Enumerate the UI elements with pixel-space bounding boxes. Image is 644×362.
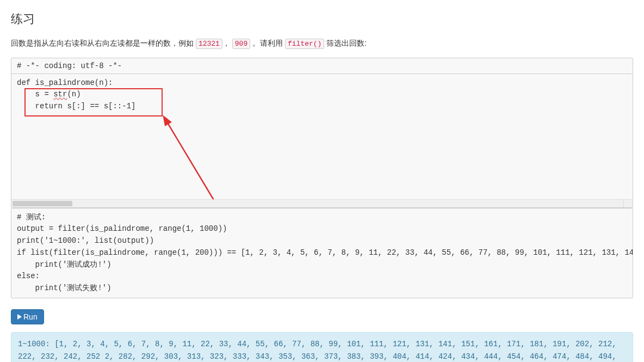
- annotation-arrow: [157, 106, 228, 208]
- exercise-description: 回数是指从左向右读和从右向左读都是一样的数，例如 12321， 909 。请利用…: [11, 37, 633, 50]
- code-line-2-str: str: [53, 90, 67, 99]
- svg-line-0: [167, 122, 216, 204]
- desc-sep1: ，: [222, 39, 230, 47]
- code-line-2-suffix: (n): [67, 90, 81, 99]
- code-line-1: def is_palindrome(n):: [17, 78, 113, 87]
- output-result-line: 1~1000: [1, 2, 3, 4, 5, 6, 7, 8, 9, 11, …: [18, 340, 617, 362]
- code-editor-block: # -*- coding: utf-8 -*- def is_palindrom…: [11, 58, 633, 208]
- inline-code-filter: filter(): [285, 39, 324, 49]
- play-icon: [17, 314, 22, 320]
- test-code-body: # 测试: output = filter(is_palindrome, ran…: [11, 208, 633, 298]
- code-line-2-prefix: s =: [17, 90, 53, 99]
- inline-code-909: 909: [232, 39, 250, 49]
- run-button[interactable]: Run: [11, 309, 44, 324]
- desc-text-2: 。请利用: [252, 39, 285, 47]
- desc-text-1: 回数是指从左向右读和从右向左读都是一样的数，例如: [11, 39, 196, 47]
- code-editor-body[interactable]: def is_palindrome(n): s = str(n) return …: [11, 74, 633, 199]
- desc-text-3: 筛选出回数:: [326, 39, 367, 47]
- test-code-block: # 测试: output = filter(is_palindrome, ran…: [11, 208, 633, 298]
- page-title: 练习: [11, 11, 633, 27]
- horizontal-scrollbar[interactable]: [11, 199, 633, 207]
- inline-code-12321: 12321: [196, 39, 222, 49]
- code-line-3: return s[:] == s[::-1]: [17, 102, 135, 111]
- output-panel: 1~1000: [1, 2, 3, 4, 5, 6, 7, 8, 9, 11, …: [11, 332, 633, 362]
- run-button-label: Run: [23, 312, 38, 321]
- code-editor-header: # -*- coding: utf-8 -*-: [11, 58, 633, 74]
